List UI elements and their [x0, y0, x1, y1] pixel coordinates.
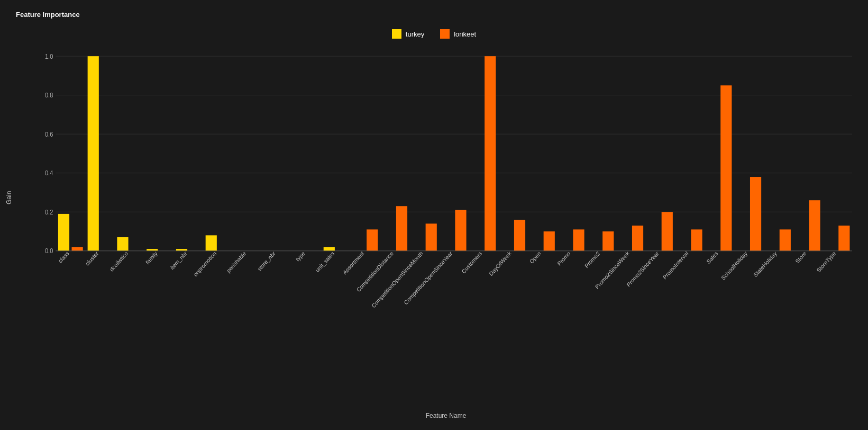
svg-text:Store: Store	[794, 250, 807, 265]
chart-area: 0.00.20.40.60.81.0classclusterdcoilwtico…	[34, 50, 857, 345]
svg-rect-58	[780, 229, 791, 250]
svg-rect-56	[750, 177, 761, 251]
svg-rect-28	[324, 247, 335, 250]
svg-text:Customers: Customers	[460, 250, 483, 275]
svg-text:store_nbr: store_nbr	[256, 250, 277, 272]
svg-rect-17	[117, 237, 128, 251]
svg-text:CompetitionOpenSinceYear: CompetitionOpenSinceYear	[403, 250, 453, 306]
y-axis-label: Gain	[5, 50, 13, 345]
legend-item-lorikeet: lorikeet	[440, 29, 476, 39]
svg-rect-38	[485, 56, 496, 251]
svg-text:CompetitionOpenSinceMonth: CompetitionOpenSinceMonth	[370, 250, 424, 309]
svg-text:StateHoliday: StateHoliday	[752, 249, 778, 278]
svg-rect-30	[367, 229, 378, 250]
svg-text:Promo2SinceYear: Promo2SinceYear	[625, 250, 660, 288]
svg-rect-23	[206, 235, 217, 250]
svg-text:family: family	[144, 249, 159, 265]
svg-rect-60	[809, 200, 820, 251]
svg-text:Open: Open	[528, 250, 542, 265]
chart-title: Feature Importance	[16, 11, 80, 19]
svg-text:0.0: 0.0	[45, 247, 53, 255]
svg-text:0.2: 0.2	[45, 208, 53, 216]
svg-rect-54	[720, 85, 732, 250]
svg-rect-40	[514, 220, 525, 251]
svg-text:type: type	[295, 250, 306, 263]
svg-text:cluster: cluster	[84, 250, 99, 267]
x-axis-label: Feature Name	[34, 412, 857, 419]
svg-text:dcoilwtico: dcoilwtico	[108, 250, 129, 273]
legend-label-lorikeet: lorikeet	[454, 30, 476, 38]
svg-rect-42	[544, 231, 555, 251]
svg-rect-52	[691, 229, 702, 250]
svg-text:Assortment: Assortment	[342, 250, 365, 276]
svg-text:StoreType: StoreType	[816, 250, 837, 274]
svg-rect-13	[72, 247, 83, 250]
svg-text:SchoolHoliday: SchoolHoliday	[720, 249, 748, 281]
svg-rect-50	[662, 212, 673, 251]
chart-container: Feature Importance turkey lorikeet Gain …	[0, 0, 868, 430]
svg-text:0.6: 0.6	[45, 130, 53, 138]
svg-text:Sales: Sales	[705, 250, 719, 265]
svg-text:Promo2: Promo2	[583, 250, 601, 270]
svg-rect-12	[58, 214, 69, 251]
legend-color-lorikeet	[440, 29, 450, 39]
svg-rect-36	[455, 210, 466, 251]
legend-color-turkey	[392, 29, 401, 39]
svg-text:PromoInterval: PromoInterval	[662, 250, 689, 281]
svg-text:unit_sales: unit_sales	[314, 250, 335, 273]
legend-label-turkey: turkey	[406, 30, 424, 38]
svg-text:item_nbr: item_nbr	[169, 250, 188, 271]
svg-text:0.4: 0.4	[45, 169, 53, 177]
svg-rect-32	[396, 206, 407, 251]
svg-text:perishable: perishable	[225, 250, 247, 274]
legend: turkey lorikeet	[0, 29, 868, 39]
legend-item-turkey: turkey	[392, 29, 424, 39]
chart-svg: 0.00.20.40.60.81.0classclusterdcoilwtico…	[34, 50, 857, 345]
svg-rect-34	[426, 223, 437, 250]
svg-text:onpromotion: onpromotion	[192, 250, 217, 278]
svg-rect-48	[632, 226, 643, 251]
svg-rect-15	[88, 56, 99, 251]
svg-text:DayOfWeek: DayOfWeek	[488, 249, 513, 277]
svg-text:Promo: Promo	[556, 250, 571, 267]
svg-rect-44	[573, 229, 584, 250]
svg-text:1.0: 1.0	[45, 52, 53, 60]
svg-text:0.8: 0.8	[45, 92, 53, 99]
svg-rect-46	[602, 231, 614, 251]
svg-text:class: class	[57, 250, 70, 264]
svg-rect-62	[838, 226, 849, 251]
